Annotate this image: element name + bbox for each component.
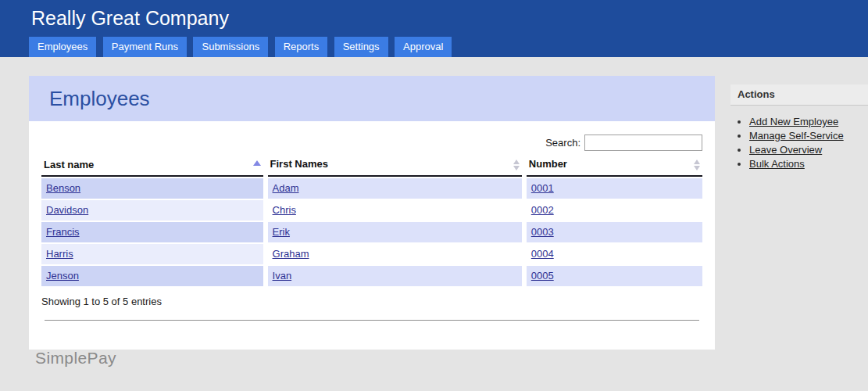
employee-number-link[interactable]: 0001	[531, 182, 554, 194]
employee-first-names-link[interactable]: Ivan	[273, 270, 292, 282]
employee-number-link[interactable]: 0005	[531, 270, 554, 282]
employee-first-names-link[interactable]: Graham	[273, 248, 309, 260]
employee-last-name-link[interactable]: Davidson	[46, 204, 88, 216]
employee-number-link[interactable]: 0004	[531, 248, 554, 260]
table-row: Harris Graham 0004	[41, 244, 702, 264]
list-item: Add New Employee	[749, 116, 868, 127]
tab-payment-runs[interactable]: Payment Runs	[103, 37, 187, 57]
simplepay-logo: SimplePay	[35, 349, 116, 368]
sort-both-icon	[513, 160, 520, 170]
table-row: Benson Adam 0001	[41, 178, 702, 199]
tab-reports[interactable]: Reports	[275, 37, 328, 57]
main-nav: Employees Payment Runs Submissions Repor…	[0, 37, 868, 57]
column-label: First Names	[270, 158, 328, 170]
employee-number-link[interactable]: 0003	[531, 226, 554, 238]
masthead: Really Great Company Employees Payment R…	[0, 0, 868, 57]
table-row: Francis Erik 0003	[41, 222, 702, 242]
table-info: Showing 1 to 5 of 5 entries	[29, 296, 715, 307]
panel-divider	[45, 320, 699, 321]
employee-first-names-link[interactable]: Adam	[273, 182, 299, 194]
page-title-band: Employees	[29, 76, 715, 121]
employee-last-name-link[interactable]: Jenson	[46, 270, 79, 282]
tab-employees[interactable]: Employees	[29, 37, 96, 57]
employee-first-names-link[interactable]: Chris	[273, 204, 296, 216]
column-header-last-name[interactable]: Last name	[41, 156, 263, 177]
column-label: Number	[529, 158, 567, 170]
column-header-number[interactable]: Number	[527, 156, 702, 177]
sort-both-icon	[694, 160, 700, 170]
add-new-employee-link[interactable]: Add New Employee	[749, 116, 838, 127]
actions-header: Actions	[730, 84, 868, 106]
search-label: Search:	[545, 137, 580, 149]
employees-table-wrap: Last name First Names Number Benson Adam	[29, 154, 715, 288]
employee-last-name-link[interactable]: Harris	[46, 248, 73, 260]
actions-list: Add New Employee Manage Self-Service Lea…	[730, 116, 868, 170]
page-title: Employees	[29, 76, 715, 111]
tab-submissions[interactable]: Submissions	[193, 37, 268, 57]
content-panel: Employees Search: Last name First Names	[29, 76, 715, 350]
table-row: Jenson Ivan 0005	[41, 266, 702, 286]
employees-table: Last name First Names Number Benson Adam	[37, 154, 707, 288]
table-header-row: Last name First Names Number	[41, 156, 702, 177]
column-header-first-names[interactable]: First Names	[268, 156, 522, 177]
tab-settings[interactable]: Settings	[334, 37, 388, 57]
column-label: Last name	[44, 159, 94, 170]
employee-last-name-link[interactable]: Benson	[46, 182, 80, 194]
bulk-actions-link[interactable]: Bulk Actions	[749, 158, 805, 170]
list-item: Bulk Actions	[749, 158, 868, 170]
actions-sidebar: Actions Add New Employee Manage Self-Ser…	[730, 84, 868, 172]
manage-self-service-link[interactable]: Manage Self-Service	[749, 130, 844, 142]
employee-number-link[interactable]: 0002	[531, 204, 554, 216]
tab-approval[interactable]: Approval	[395, 37, 452, 57]
search-input[interactable]	[584, 135, 702, 151]
company-title: Really Great Company	[0, 0, 868, 30]
employee-last-name-link[interactable]: Francis	[46, 226, 80, 238]
list-item: Manage Self-Service	[749, 130, 868, 142]
employee-first-names-link[interactable]: Erik	[273, 226, 290, 238]
sort-asc-icon	[253, 160, 261, 166]
list-item: Leave Overview	[749, 144, 868, 156]
leave-overview-link[interactable]: Leave Overview	[749, 144, 822, 156]
table-row: Davidson Chris 0002	[41, 200, 702, 221]
table-search-row: Search:	[29, 121, 715, 151]
